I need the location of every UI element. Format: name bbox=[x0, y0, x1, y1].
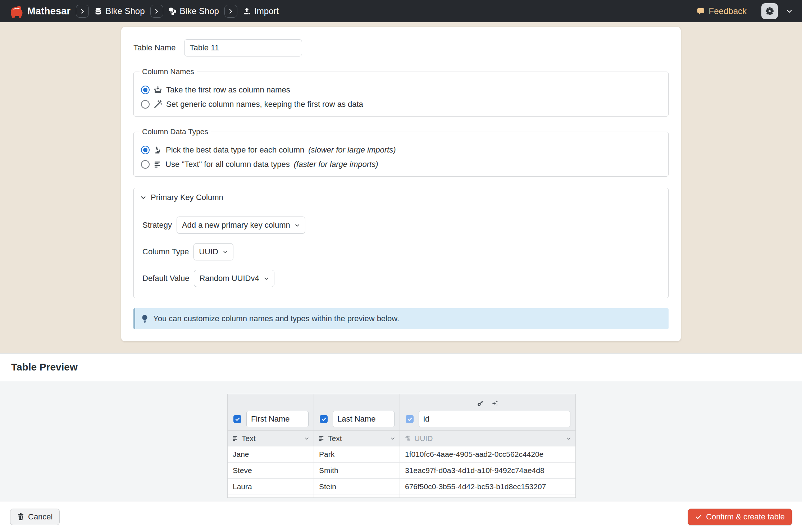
table-row: Jane Park 1f010fc6-4aae-4905-aad2-0cc562… bbox=[228, 446, 575, 463]
type-select-last-name[interactable]: Text bbox=[314, 430, 400, 446]
cell: Park bbox=[314, 446, 400, 463]
preview-area: Text Text bbox=[0, 381, 802, 501]
type-select-first-name[interactable]: Text bbox=[228, 430, 314, 446]
header-row-icon bbox=[154, 86, 162, 94]
navbar: Mathesar Bike Shop Bike Shop Import bbox=[0, 0, 802, 22]
import-settings-card: Table Name Column Names Take the first r… bbox=[121, 27, 681, 341]
info-banner-text: You can customize column names and types… bbox=[153, 314, 399, 323]
cell: Steve bbox=[228, 463, 314, 479]
column-type-label: Column Type bbox=[142, 247, 189, 256]
cancel-button[interactable]: Cancel bbox=[10, 509, 60, 525]
brand-name: Mathesar bbox=[27, 6, 70, 17]
chevron-down-icon bbox=[223, 249, 228, 255]
cell: Stein bbox=[314, 479, 400, 495]
confirm-label: Confirm & create table bbox=[706, 512, 785, 522]
chevron-down-icon bbox=[390, 436, 395, 441]
chevron-down-icon bbox=[264, 276, 269, 281]
table-name-input[interactable] bbox=[184, 39, 302, 56]
radio-label: Pick the best data type for each column bbox=[166, 145, 304, 155]
settings-button[interactable] bbox=[761, 3, 778, 19]
cell: Jane bbox=[228, 446, 314, 463]
breadcrumb-separator bbox=[76, 5, 89, 18]
radio-selected[interactable] bbox=[141, 86, 150, 94]
feedback-button[interactable]: Feedback bbox=[696, 6, 747, 16]
radio-label: Set generic column names, keeping the fi… bbox=[166, 100, 363, 109]
radio-note: (slower for large imports) bbox=[308, 145, 396, 155]
text-type-icon bbox=[154, 160, 161, 168]
check-icon bbox=[695, 513, 702, 520]
preview-type-row: Text Text bbox=[228, 430, 575, 446]
brand[interactable]: Mathesar bbox=[9, 4, 70, 19]
default-value-value: Random UUIDv4 bbox=[199, 274, 259, 283]
default-value-select[interactable]: Random UUIDv4 bbox=[194, 270, 274, 287]
type-label: UUID bbox=[414, 434, 433, 443]
column-name-input[interactable] bbox=[419, 411, 570, 427]
lightbulb-icon bbox=[141, 314, 149, 323]
column-checkbox[interactable] bbox=[320, 415, 328, 423]
column-name-input[interactable] bbox=[333, 411, 395, 427]
table-row: Laura Stein 676f50c0-3b55-4d42-bc53-b1d8… bbox=[228, 479, 575, 495]
text-type-icon bbox=[318, 435, 325, 442]
column-names-group: Column Names Take the first row as colum… bbox=[133, 67, 669, 117]
type-label: Text bbox=[242, 434, 256, 443]
microscope-icon bbox=[154, 146, 162, 154]
breadcrumb-separator bbox=[150, 5, 163, 18]
icon-strip bbox=[228, 394, 314, 408]
fingerprint-icon bbox=[404, 435, 411, 442]
strategy-label: Strategy bbox=[142, 220, 172, 230]
upload-icon bbox=[243, 7, 251, 15]
breadcrumb-separator bbox=[224, 5, 237, 18]
primary-key-collapse-toggle[interactable]: Primary Key Column bbox=[134, 188, 668, 207]
column-data-types-group: Column Data Types Pick the best data typ… bbox=[133, 127, 669, 177]
type-select-id[interactable]: UUID bbox=[400, 430, 575, 446]
sparkles-icon bbox=[491, 400, 499, 407]
confirm-create-table-button[interactable]: Confirm & create table bbox=[688, 509, 792, 525]
column-names-legend: Column Names bbox=[140, 67, 197, 76]
strategy-value: Add a new primary key column bbox=[182, 220, 290, 230]
user-menu-caret[interactable] bbox=[786, 8, 793, 14]
chevron-down-icon bbox=[304, 436, 309, 441]
radio-infer-types[interactable]: Pick the best data type for each column … bbox=[141, 145, 662, 155]
radio-label: Take the first row as column names bbox=[166, 85, 290, 95]
radio-unselected[interactable] bbox=[141, 100, 150, 109]
footer-bar: Cancel Confirm & create table bbox=[0, 501, 802, 532]
radio-unselected[interactable] bbox=[141, 160, 150, 169]
preview-header-row bbox=[228, 394, 575, 430]
column-name-input[interactable] bbox=[246, 411, 309, 427]
breadcrumb-schema[interactable]: Bike Shop bbox=[169, 6, 219, 16]
schema-icon bbox=[169, 7, 177, 15]
cell: Smith bbox=[314, 463, 400, 479]
primary-key-section: Primary Key Column Strategy Add a new pr… bbox=[133, 188, 669, 298]
gear-icon bbox=[765, 6, 774, 16]
strategy-select[interactable]: Add a new primary key column bbox=[177, 217, 305, 234]
default-value-label: Default Value bbox=[142, 274, 189, 283]
clipped-row bbox=[228, 495, 575, 497]
cell: 31eac97f-d0a3-4d1d-a10f-9492c74ae4d8 bbox=[400, 463, 575, 479]
preview-title-band: Table Preview bbox=[0, 353, 802, 381]
cell: 1f010fc6-4aae-4905-aad2-0cc562c4420e bbox=[400, 446, 575, 463]
primary-key-icon bbox=[477, 400, 484, 407]
column-checkbox[interactable] bbox=[233, 415, 241, 423]
header-cell-last-name bbox=[314, 394, 400, 430]
table-name-label: Table Name bbox=[133, 43, 176, 53]
chevron-down-icon bbox=[295, 223, 300, 228]
magic-wand-icon bbox=[154, 100, 162, 109]
column-type-select[interactable]: UUID bbox=[193, 243, 233, 260]
radio-label: Use "Text" for all column data types bbox=[165, 160, 290, 169]
icon-strip bbox=[400, 394, 575, 408]
breadcrumb-import-label: Import bbox=[254, 6, 279, 16]
chevron-down-icon bbox=[566, 436, 571, 441]
header-cell-first-name bbox=[228, 394, 314, 430]
trash-icon bbox=[17, 513, 24, 520]
cell: 676f50c0-3b55-4d42-bc53-b1d8ec153207 bbox=[400, 479, 575, 495]
breadcrumb-database[interactable]: Bike Shop bbox=[94, 6, 145, 16]
radio-selected[interactable] bbox=[141, 146, 150, 154]
radio-first-row-as-names[interactable]: Take the first row as column names bbox=[141, 85, 662, 95]
breadcrumb-import[interactable]: Import bbox=[243, 6, 279, 16]
radio-all-text[interactable]: Use "Text" for all column data types (fa… bbox=[141, 160, 662, 169]
breadcrumb-database-label: Bike Shop bbox=[105, 6, 145, 16]
info-banner: You can customize column names and types… bbox=[133, 308, 669, 329]
mathesar-logo-icon bbox=[9, 4, 24, 19]
radio-generic-names[interactable]: Set generic column names, keeping the fi… bbox=[141, 100, 662, 109]
table-row: Steve Smith 31eac97f-d0a3-4d1d-a10f-9492… bbox=[228, 463, 575, 479]
